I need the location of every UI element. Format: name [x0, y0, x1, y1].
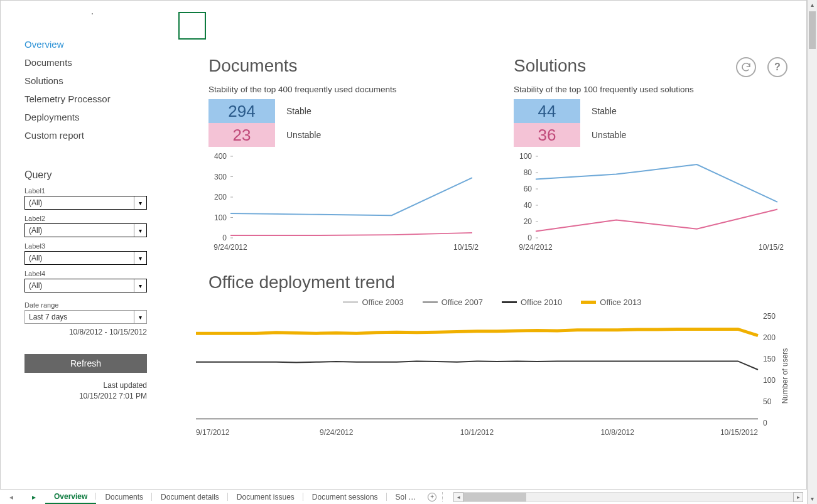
refresh-button[interactable]: Refresh	[24, 354, 147, 373]
filter-select-2[interactable]: (All)	[24, 223, 147, 237]
filter-label-3: Label3	[24, 242, 147, 250]
svg-text:400: 400	[214, 153, 227, 161]
plus-icon: +	[428, 493, 436, 501]
tab-document-sessions[interactable]: Document sessions	[303, 490, 387, 504]
svg-text:100: 100	[763, 376, 776, 385]
documents-unstable-label: Unstable	[286, 130, 321, 140]
solutions-subtitle: Stability of the top 100 frequently used…	[514, 85, 787, 94]
solutions-unstable-label: Unstable	[592, 130, 626, 140]
nav-item-documents[interactable]: Documents	[24, 53, 173, 72]
solutions-stable-kpi: 44 Stable	[514, 99, 787, 123]
date-range-value: Last 7 days	[25, 313, 134, 321]
svg-text:10/15/2012: 10/15/2012	[453, 243, 479, 252]
tab-document-details[interactable]: Document details	[152, 490, 228, 504]
tab-prev-button[interactable]: ◂	[0, 490, 23, 504]
solutions-chart: 0204060801009/24/201210/15/2012	[514, 153, 787, 254]
legend-office-2007: Office 2007	[423, 298, 483, 307]
tab-document-issues[interactable]: Document issues	[228, 490, 303, 504]
filter-select-1[interactable]: (All)	[24, 196, 147, 210]
scroll-down-icon[interactable]: ▾	[808, 494, 817, 504]
nav-item-deployments[interactable]: Deployments	[24, 108, 173, 126]
documents-chart: 01002003004009/24/201210/15/2012	[208, 153, 482, 254]
documents-section: Documents Stability of the top 400 frequ…	[178, 56, 501, 254]
svg-text:200: 200	[214, 193, 227, 201]
scrollbar-thumb[interactable]	[809, 11, 816, 49]
cell-selection[interactable]	[178, 12, 206, 40]
scroll-up-icon[interactable]: ▴	[808, 0, 817, 10]
nav-item-telemetry-processor[interactable]: Telemetry Processor	[24, 90, 173, 108]
last-updated-time: 10/15/2012 7:01 PM	[24, 391, 147, 402]
hscroll-left-icon[interactable]: ◂	[453, 492, 463, 502]
chevron-down-icon	[134, 196, 146, 209]
solutions-stable-label: Stable	[592, 106, 617, 116]
tab-overview[interactable]: Overview	[45, 490, 96, 504]
tab-next-button[interactable]: ▸	[23, 490, 45, 504]
svg-text:20: 20	[524, 217, 533, 226]
documents-unstable-count: 23	[208, 123, 275, 147]
trend-chart: 0501001502002509/17/20129/24/201210/1/20…	[190, 313, 806, 441]
vertical-scrollbar[interactable]: ▴ ▾	[807, 0, 817, 504]
chevron-down-icon	[134, 224, 146, 237]
svg-text:100: 100	[519, 153, 532, 161]
svg-text:100: 100	[214, 213, 227, 222]
documents-stable-label: Stable	[286, 106, 311, 116]
solutions-section: Solutions Stability of the top 100 frequ…	[501, 56, 806, 254]
decorative-dot	[92, 13, 93, 14]
svg-text:9/24/2012: 9/24/2012	[214, 243, 247, 252]
svg-text:250: 250	[763, 313, 776, 321]
hscroll-thumb[interactable]	[463, 493, 526, 501]
nav-item-custom-report[interactable]: Custom report	[24, 126, 173, 144]
svg-text:10/15/2012: 10/15/2012	[759, 243, 784, 252]
sidebar: Overview Documents Solutions Telemetry P…	[1, 1, 173, 493]
legend-office-2013: Office 2013	[581, 298, 641, 307]
query-title: Query	[24, 169, 147, 181]
svg-text:50: 50	[763, 397, 772, 406]
solutions-stable-count: 44	[514, 99, 580, 123]
filter-label-4: Label4	[24, 270, 147, 277]
filter-value-1: (All)	[25, 198, 134, 207]
tab-documents[interactable]: Documents	[96, 490, 152, 504]
sheet-tab-bar: ◂ ▸ Overview Documents Document details …	[0, 489, 807, 504]
filter-select-3[interactable]: (All)	[24, 251, 147, 265]
svg-text:80: 80	[524, 168, 533, 177]
svg-text:9/24/2012: 9/24/2012	[320, 428, 354, 437]
solutions-unstable-count: 36	[514, 123, 580, 147]
main-content: ? Documents Stability of the top 400 fre…	[178, 1, 806, 493]
legend-office-2003: Office 2003	[343, 298, 403, 307]
nav-item-solutions[interactable]: Solutions	[24, 72, 173, 90]
date-range-label: Date range	[24, 301, 147, 309]
svg-text:Number of users: Number of users	[781, 348, 789, 404]
query-panel: Query Label1 (All) Label2 (All) Label3 (…	[24, 169, 147, 402]
legend-office-2010: Office 2010	[502, 298, 562, 307]
filter-label-2: Label2	[24, 215, 147, 222]
filter-value-4: (All)	[25, 281, 134, 290]
chevron-down-icon	[134, 311, 146, 323]
svg-text:9/17/2012: 9/17/2012	[196, 428, 230, 437]
solutions-title: Solutions	[514, 56, 787, 76]
nav-item-overview[interactable]: Overview	[24, 35, 173, 53]
hscroll-right-icon[interactable]: ▸	[793, 492, 803, 502]
trend-title: Office deployment trend	[208, 272, 806, 292]
filter-select-4[interactable]: (All)	[24, 279, 147, 292]
trend-legend: Office 2003 Office 2007 Office 2010 Offi…	[178, 298, 806, 307]
svg-text:10/1/2012: 10/1/2012	[460, 428, 494, 437]
tab-sol-more[interactable]: Sol …	[387, 490, 425, 504]
svg-text:300: 300	[214, 173, 227, 181]
horizontal-scrollbar[interactable]: ◂ ▸	[453, 492, 803, 501]
chevron-down-icon	[134, 279, 146, 292]
date-range-text: 10/8/2012 - 10/15/2012	[24, 328, 147, 336]
documents-unstable-kpi: 23 Unstable	[208, 123, 482, 147]
svg-text:10/8/2012: 10/8/2012	[601, 428, 635, 437]
documents-stable-count: 294	[208, 99, 275, 123]
svg-text:0: 0	[222, 233, 227, 242]
svg-text:200: 200	[763, 333, 776, 342]
documents-title: Documents	[208, 56, 482, 76]
svg-text:0: 0	[528, 233, 532, 242]
date-range-select[interactable]: Last 7 days	[24, 310, 147, 324]
documents-stable-kpi: 294 Stable	[208, 99, 482, 123]
solutions-unstable-kpi: 36 Unstable	[514, 123, 787, 147]
filter-value-3: (All)	[25, 254, 134, 262]
add-sheet-button[interactable]: +	[425, 490, 440, 504]
filter-label-1: Label1	[24, 187, 147, 195]
svg-text:0: 0	[763, 419, 767, 427]
